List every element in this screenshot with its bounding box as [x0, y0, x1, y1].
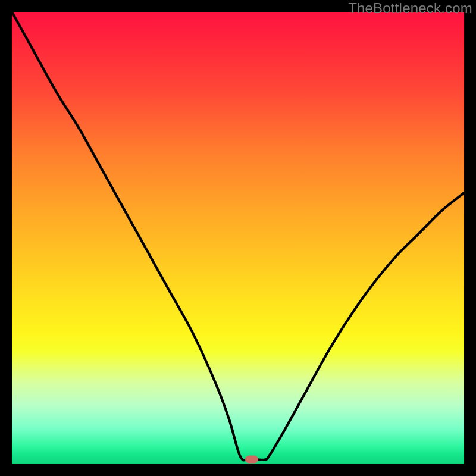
minimum-marker — [245, 456, 258, 464]
watermark-text: TheBottleneck.com — [348, 0, 472, 17]
chart-stage: TheBottleneck.com — [0, 0, 476, 476]
bottleneck-curve — [12, 12, 464, 464]
